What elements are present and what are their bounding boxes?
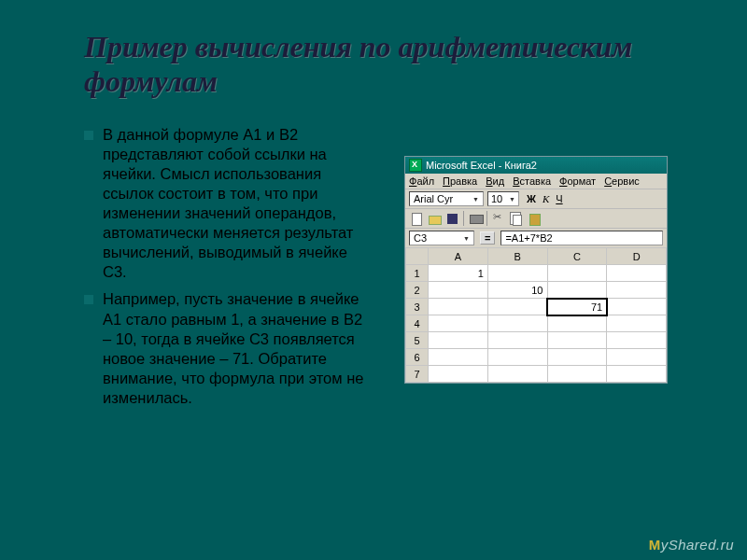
slide-title: Пример вычисления по арифметическим форм… — [84, 30, 710, 99]
cell[interactable] — [487, 299, 547, 315]
col-header-d[interactable]: D — [607, 248, 667, 265]
open-icon[interactable] — [427, 211, 442, 226]
table-row: 2 10 — [406, 282, 667, 299]
cell[interactable] — [429, 332, 488, 349]
text-column: В данной формуле A1 и B2 представляют со… — [84, 125, 374, 416]
slide: Пример вычисления по арифметическим форм… — [0, 0, 747, 560]
table-row: 3 71 — [406, 299, 667, 315]
spreadsheet-table: A B C D 1 1 2 — [405, 247, 667, 383]
underline-button[interactable]: Ч — [556, 193, 562, 204]
cell[interactable] — [429, 349, 488, 366]
table-row: 1 1 — [406, 265, 667, 282]
cell[interactable] — [429, 299, 488, 315]
name-box[interactable]: C3 ▼ — [409, 231, 474, 245]
table-row: 6 — [406, 349, 667, 366]
save-icon[interactable] — [444, 211, 459, 226]
table-row: 4 — [406, 315, 667, 332]
menu-file[interactable]: Файл — [409, 175, 434, 187]
italic-button[interactable]: К — [543, 193, 549, 204]
cell[interactable] — [487, 332, 547, 349]
excel-formula-bar: C3 ▼ = =A1+7*B2 — [405, 228, 667, 247]
paste-icon[interactable] — [527, 211, 542, 226]
copy-icon[interactable] — [509, 211, 524, 226]
excel-window: Microsoft Excel - Книга2 Файл Правка Вид… — [405, 157, 667, 383]
cell[interactable] — [547, 332, 607, 349]
cell[interactable] — [429, 315, 488, 332]
row-header[interactable]: 1 — [406, 265, 429, 282]
cell-selected[interactable]: 71 — [547, 299, 607, 315]
watermark-prefix: M — [649, 537, 661, 553]
excel-grid: A B C D 1 1 2 — [405, 247, 667, 383]
cell[interactable] — [607, 349, 667, 366]
toolbar-button[interactable] — [562, 211, 577, 226]
col-header-b[interactable]: B — [487, 248, 547, 265]
cell[interactable] — [547, 315, 607, 332]
cell[interactable] — [487, 315, 547, 332]
cell[interactable] — [607, 332, 667, 349]
format-buttons: Ж К Ч — [527, 193, 563, 204]
cell[interactable] — [607, 299, 667, 315]
chevron-down-icon: ▼ — [472, 196, 479, 203]
menu-format[interactable]: Формат — [559, 175, 596, 187]
name-box-value: C3 — [414, 232, 427, 244]
menu-insert[interactable]: Вставка — [513, 175, 551, 187]
separator — [463, 211, 464, 226]
excel-menu-bar: Файл Правка Вид Вставка Формат Сервис — [405, 174, 667, 189]
formula-input[interactable]: =A1+7*B2 — [500, 231, 663, 245]
table-row: 5 — [406, 332, 667, 349]
excel-screenshot: Microsoft Excel - Книга2 Файл Правка Вид… — [405, 125, 667, 416]
col-header-c[interactable]: C — [547, 248, 607, 265]
print-icon[interactable] — [468, 211, 483, 226]
cell[interactable] — [607, 282, 667, 299]
table-row: 7 — [406, 366, 667, 383]
cell[interactable] — [547, 265, 607, 282]
separator — [486, 211, 487, 226]
equals-button[interactable]: = — [480, 231, 495, 245]
row-header[interactable]: 3 — [406, 299, 429, 315]
font-name-value: Arial Cyr — [414, 193, 453, 204]
bullet-item: В данной формуле A1 и B2 представляют со… — [84, 125, 374, 283]
bullet-item: Например, пусть значение в ячейке А1 ста… — [84, 289, 374, 408]
cell[interactable] — [607, 265, 667, 282]
select-all-corner[interactable] — [406, 248, 429, 265]
cell[interactable] — [547, 349, 607, 366]
chevron-down-icon: ▼ — [509, 196, 515, 203]
cell[interactable] — [607, 315, 667, 332]
row-header[interactable]: 2 — [406, 282, 429, 299]
bullet-icon — [84, 295, 93, 304]
col-header-a[interactable]: A — [429, 248, 488, 265]
row-header[interactable]: 6 — [406, 349, 429, 366]
excel-titlebar: Microsoft Excel - Книга2 — [405, 157, 667, 174]
row-header[interactable]: 7 — [406, 366, 429, 383]
cell[interactable] — [487, 265, 547, 282]
menu-tools[interactable]: Сервис — [604, 175, 640, 187]
bold-button[interactable]: Ж — [527, 193, 536, 204]
bullet-text: Например, пусть значение в ячейке А1 ста… — [103, 289, 374, 408]
cell[interactable] — [607, 366, 667, 383]
slide-body: В данной формуле A1 и B2 представляют со… — [84, 125, 710, 416]
cell[interactable] — [429, 366, 488, 383]
cell[interactable] — [547, 366, 607, 383]
cell[interactable] — [429, 282, 488, 299]
font-size-dropdown[interactable]: 10 ▼ — [487, 191, 519, 206]
cell[interactable]: 10 — [487, 282, 547, 299]
excel-title-text: Microsoft Excel - Книга2 — [426, 160, 537, 171]
row-header[interactable]: 5 — [406, 332, 429, 349]
bullet-text: В данной формуле A1 и B2 представляют со… — [103, 125, 374, 283]
menu-edit[interactable]: Правка — [443, 175, 477, 187]
new-icon[interactable] — [409, 211, 424, 226]
excel-standard-toolbar — [405, 208, 667, 228]
menu-view[interactable]: Вид — [486, 175, 504, 187]
cell[interactable] — [487, 349, 547, 366]
cell[interactable]: 1 — [429, 265, 488, 282]
cell[interactable] — [547, 282, 607, 299]
bullet-icon — [84, 131, 93, 140]
font-size-value: 10 — [491, 193, 502, 204]
chevron-down-icon: ▼ — [463, 235, 470, 242]
font-name-dropdown[interactable]: Arial Cyr ▼ — [409, 191, 484, 206]
row-header[interactable]: 4 — [406, 315, 429, 332]
toolbar-button[interactable] — [544, 211, 559, 226]
cut-icon[interactable] — [491, 211, 506, 226]
watermark-rest: yShared.ru — [661, 537, 734, 553]
cell[interactable] — [487, 366, 547, 383]
